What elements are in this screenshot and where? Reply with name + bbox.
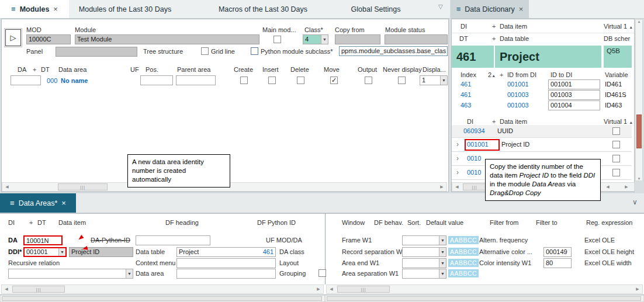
expand-icon[interactable]: ›: [456, 140, 459, 148]
chevron-down-icon[interactable]: ▼: [439, 248, 446, 256]
variable-header[interactable]: Variable: [605, 71, 628, 78]
python-subclass-field[interactable]: ppms.module_subclasses.base_clas: [339, 46, 448, 56]
scrollbar-thumb[interactable]: [636, 114, 642, 148]
id-to-di-header[interactable]: ID to DI: [550, 71, 572, 78]
link-row-to-field[interactable]: 001003: [548, 90, 600, 100]
di-header[interactable]: DI: [461, 23, 467, 30]
grid-header-data-area[interactable]: Data area: [58, 66, 86, 73]
grid-pos-field[interactable]: [140, 75, 173, 85]
context-menu-field[interactable]: [176, 258, 276, 268]
plus-icon[interactable]: +: [492, 35, 496, 42]
chevron-down-icon[interactable]: ▼: [321, 35, 328, 44]
data-item-name[interactable]: UUID: [497, 127, 513, 134]
grid-parent-field[interactable]: [176, 75, 216, 85]
frame-w1-combo[interactable]: ▼: [402, 235, 446, 245]
dt-header[interactable]: DT: [37, 219, 46, 226]
sort-header[interactable]: Sort.: [407, 219, 421, 226]
link-row-variable[interactable]: ID461S: [605, 91, 626, 98]
tab-modules-last-30-days[interactable]: Modules of the Last 30 Days: [69, 0, 181, 18]
index-header[interactable]: Index: [461, 71, 476, 78]
link-row-index[interactable]: 463: [461, 102, 471, 109]
scroll-left-button[interactable]: ◀: [2, 183, 12, 191]
virtual-checkbox[interactable]: [612, 141, 620, 148]
scroll-up-icon[interactable]: ▲: [636, 20, 642, 23]
window-scrollbar[interactable]: [0, 295, 325, 302]
data-item-header[interactable]: Data item: [500, 118, 527, 125]
record-separation-combo[interactable]: ▼: [402, 247, 446, 257]
virtual-header[interactable]: Virtual 1 ▲: [604, 23, 633, 30]
scroll-left-button[interactable]: ◀: [327, 285, 336, 293]
data-item-row[interactable]: 060934 UUID: [452, 125, 632, 138]
scrollbar-thumb[interactable]: [2, 296, 322, 301]
copy-from-field[interactable]: [335, 34, 380, 44]
close-icon[interactable]: ×: [61, 199, 66, 207]
da-field[interactable]: 10001N: [23, 235, 63, 245]
di-header[interactable]: DI: [467, 118, 473, 125]
grid-dt-value[interactable]: 000: [47, 77, 57, 84]
filter-from-header[interactable]: Filter from: [490, 219, 519, 226]
grid-header-pos[interactable]: Pos.: [146, 66, 158, 73]
menu-icon[interactable]: ≡: [11, 5, 16, 13]
link-row-index[interactable]: 461: [461, 91, 471, 98]
link-row-from[interactable]: 001003: [507, 91, 529, 98]
tab-macros-last-30-days[interactable]: Macros of the Last 30 Days: [193, 0, 333, 18]
plus-icon[interactable]: +: [500, 71, 503, 78]
menu-icon[interactable]: ≡: [456, 5, 461, 13]
grid-header-plus[interactable]: +: [33, 66, 36, 73]
scroll-left-button[interactable]: ◀: [2, 285, 11, 293]
data-area-field[interactable]: [176, 269, 276, 279]
window-header[interactable]: Window: [342, 219, 365, 226]
create-checkbox[interactable]: [240, 77, 248, 84]
grid-header-parent-area[interactable]: Parent area: [177, 66, 210, 73]
close-icon[interactable]: ×: [53, 5, 58, 13]
virtual-checkbox[interactable]: [612, 155, 620, 162]
plus-icon[interactable]: +: [492, 23, 496, 30]
link-row-index[interactable]: 461: [461, 81, 471, 88]
color-intensity-field[interactable]: 80: [543, 258, 572, 268]
data-item-di[interactable]: 0010: [467, 155, 481, 162]
id-from-di-header[interactable]: ID from DI: [507, 71, 536, 78]
grid-header-create[interactable]: Create: [234, 66, 253, 73]
plus-icon[interactable]: +: [29, 219, 33, 226]
module-field[interactable]: Test Module: [75, 34, 259, 44]
panel-field[interactable]: [56, 47, 137, 57]
grid-header-move[interactable]: Move: [324, 66, 340, 73]
grid-line-checkbox[interactable]: [201, 47, 209, 55]
tab-data-areas[interactable]: ≡ Data Areas* ×: [0, 193, 76, 213]
scroll-left-button[interactable]: ◀: [603, 183, 612, 191]
da-python-id-field[interactable]: [136, 235, 210, 245]
menu-icon[interactable]: ≡: [10, 199, 15, 207]
scroll-right-button[interactable]: ▶: [314, 285, 323, 293]
class-combo[interactable]: 4 ▼: [303, 34, 328, 44]
scroll-right-button[interactable]: ▶: [437, 183, 446, 191]
area-end-color-chip[interactable]: AABBCC: [448, 259, 479, 267]
sort-order-header[interactable]: 2▲: [488, 71, 496, 78]
selected-table-id[interactable]: 461: [452, 46, 494, 68]
plus-icon[interactable]: +: [492, 118, 496, 125]
filter-to-header[interactable]: Filter to: [536, 219, 558, 226]
dt-header[interactable]: DT: [459, 35, 468, 42]
chevron-down-icon[interactable]: ▼: [440, 76, 447, 85]
ddi-name-field[interactable]: Project ID: [69, 247, 133, 257]
scrollbar-thumb[interactable]: |||: [12, 286, 65, 293]
python-subclass-checkbox[interactable]: [251, 47, 258, 55]
scroll-left-button[interactable]: ◀: [452, 183, 462, 191]
expand-icon[interactable]: ›: [456, 154, 459, 162]
grid-data-area-value[interactable]: No name: [61, 77, 88, 84]
link-row-variable[interactable]: ID463: [605, 102, 622, 109]
expand-icon[interactable]: ›: [456, 168, 459, 176]
scroll-down-icon[interactable]: ▼: [636, 177, 642, 180]
insert-checkbox[interactable]: [268, 77, 276, 84]
filter-icon[interactable]: ▽: [438, 4, 443, 10]
data-item-di[interactable]: 0010: [467, 169, 481, 176]
df-heading-header[interactable]: DF heading: [165, 219, 199, 226]
chevron-down-icon[interactable]: ▼: [126, 269, 133, 278]
chevron-down-icon[interactable]: ▼: [58, 248, 65, 256]
horizontal-scrollbar[interactable]: ◀ ||| ▶: [1, 284, 324, 294]
mod-field[interactable]: 10000C: [26, 34, 71, 44]
grid-header-uf[interactable]: UF: [130, 66, 139, 73]
vertical-scrollbar[interactable]: ▲ ▼: [635, 19, 643, 181]
tab-data-dictionary[interactable]: ≡ Data Dictionary ×: [451, 0, 529, 18]
di-header[interactable]: DI: [8, 219, 15, 226]
link-row-variable[interactable]: ID461: [605, 81, 622, 88]
